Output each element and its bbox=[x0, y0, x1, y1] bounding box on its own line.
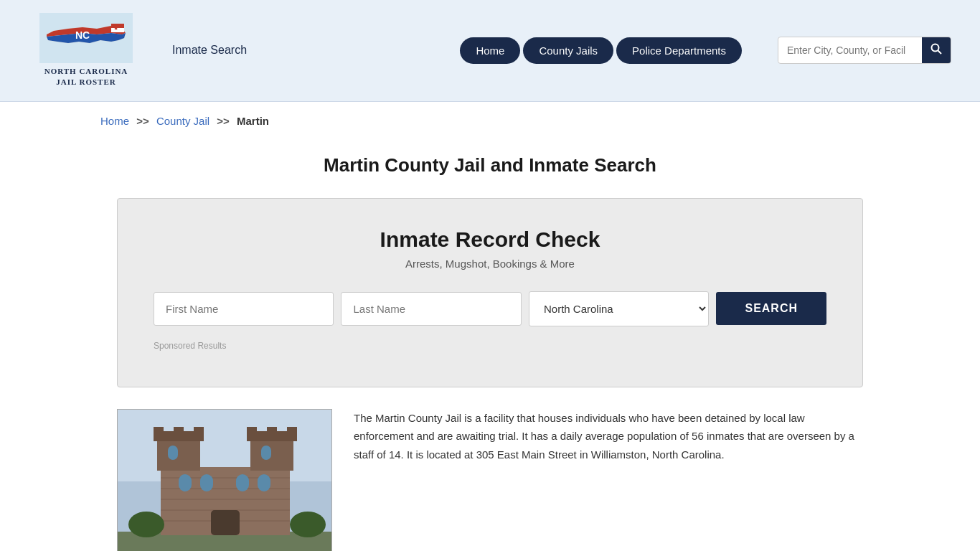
svg-rect-34 bbox=[236, 474, 249, 491]
breadcrumb-home[interactable]: Home bbox=[100, 115, 129, 127]
logo-text: NORTH CAROLINA JAIL ROSTER bbox=[44, 66, 128, 88]
breadcrumb-sep1: >> bbox=[136, 115, 149, 127]
jail-image bbox=[117, 409, 332, 551]
breadcrumb-current: Martin bbox=[237, 115, 269, 127]
breadcrumb-county-jail[interactable]: County Jail bbox=[156, 115, 209, 127]
svg-text:NC: NC bbox=[75, 29, 90, 41]
svg-rect-29 bbox=[287, 427, 297, 434]
header-search-input[interactable] bbox=[778, 39, 922, 62]
svg-rect-20 bbox=[157, 438, 200, 471]
svg-rect-27 bbox=[247, 427, 257, 434]
svg-rect-22 bbox=[154, 427, 164, 434]
svg-rect-36 bbox=[211, 510, 240, 535]
description-section: The Martin County Jail is a facility tha… bbox=[117, 409, 863, 551]
search-icon bbox=[930, 43, 942, 55]
search-panel-subtitle: Arrests, Mugshot, Bookings & More bbox=[154, 258, 826, 270]
description-text: The Martin County Jail is a facility tha… bbox=[354, 409, 863, 464]
svg-rect-30 bbox=[168, 446, 178, 460]
svg-rect-35 bbox=[258, 474, 270, 491]
svg-rect-31 bbox=[261, 446, 271, 460]
inmate-search-link[interactable]: Inmate Search bbox=[172, 44, 247, 57]
search-panel-title: Inmate Record Check bbox=[154, 227, 826, 252]
logo-line1: NORTH CAROLINA bbox=[44, 67, 128, 75]
header: NC ★ NORTH CAROLINA JAIL ROSTER Inmate S… bbox=[0, 0, 980, 102]
police-departments-button[interactable]: Police Departments bbox=[616, 37, 742, 64]
breadcrumb: Home >> County Jail >> Martin bbox=[0, 102, 980, 140]
county-jails-button[interactable]: County Jails bbox=[523, 37, 613, 64]
logo-svg: NC ★ bbox=[39, 13, 133, 63]
sponsored-results-label: Sponsored Results bbox=[154, 341, 826, 351]
svg-rect-25 bbox=[250, 438, 293, 471]
header-search-bar bbox=[778, 37, 951, 64]
header-search-button[interactable] bbox=[922, 37, 951, 63]
last-name-input[interactable] bbox=[341, 292, 521, 326]
svg-point-38 bbox=[290, 512, 326, 537]
svg-text:★: ★ bbox=[113, 25, 118, 32]
search-panel: Inmate Record Check Arrests, Mugshot, Bo… bbox=[117, 198, 863, 387]
jail-image-background bbox=[118, 410, 331, 551]
svg-line-10 bbox=[938, 51, 942, 55]
search-button[interactable]: SEARCH bbox=[716, 292, 826, 325]
svg-rect-23 bbox=[174, 427, 184, 434]
nav-buttons: Home County Jails Police Departments bbox=[460, 37, 742, 64]
svg-rect-28 bbox=[267, 427, 277, 434]
svg-rect-33 bbox=[200, 474, 213, 491]
jail-building-svg bbox=[118, 410, 332, 551]
state-select[interactable]: AlabamaAlaskaArizonaArkansasCaliforniaCo… bbox=[529, 291, 709, 326]
svg-point-9 bbox=[932, 44, 939, 52]
svg-rect-32 bbox=[179, 474, 192, 491]
main-content: Martin County Jail and Inmate Search Inm… bbox=[95, 154, 885, 551]
logo-line2: JAIL ROSTER bbox=[56, 77, 116, 86]
first-name-input[interactable] bbox=[154, 292, 334, 326]
breadcrumb-sep2: >> bbox=[217, 115, 230, 127]
svg-point-37 bbox=[128, 512, 164, 537]
home-button[interactable]: Home bbox=[460, 37, 520, 64]
logo-area: NC ★ NORTH CAROLINA JAIL ROSTER bbox=[29, 13, 143, 88]
page-title: Martin County Jail and Inmate Search bbox=[117, 154, 863, 176]
search-fields: AlabamaAlaskaArizonaArkansasCaliforniaCo… bbox=[154, 291, 826, 326]
svg-rect-24 bbox=[194, 427, 204, 434]
